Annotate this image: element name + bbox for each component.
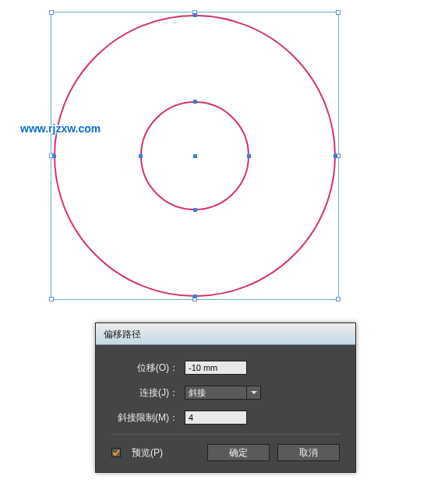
- anchor-point[interactable]: [193, 294, 197, 298]
- anchor-point[interactable]: [193, 13, 197, 17]
- dialog-title-bar[interactable]: 偏移路径: [96, 323, 355, 345]
- offset-label: 位移(O)：: [111, 361, 185, 375]
- dialog-actions: 预览(P) 确定 取消: [111, 434, 340, 461]
- selection-center-point: [193, 154, 197, 158]
- join-select[interactable]: 斜接: [185, 386, 261, 400]
- selection-handle-top-right[interactable]: [336, 10, 340, 15]
- anchor-point[interactable]: [333, 154, 337, 158]
- anchor-point[interactable]: [247, 154, 251, 158]
- form-row-join: 连接(J)： 斜接: [111, 384, 340, 401]
- preview-checkbox[interactable]: [111, 448, 121, 457]
- anchor-point[interactable]: [193, 100, 197, 104]
- dialog-body: 位移(O)： -10 mm 连接(J)： 斜接 斜接限制(M)： 4 预览(P)…: [96, 345, 355, 472]
- anchor-point[interactable]: [193, 208, 197, 212]
- anchor-point[interactable]: [139, 154, 143, 158]
- artboard-canvas[interactable]: [51, 12, 339, 300]
- selection-handle-bottom-right[interactable]: [336, 297, 340, 301]
- miter-input[interactable]: 4: [185, 411, 247, 425]
- chevron-down-icon: [247, 386, 261, 400]
- ok-button[interactable]: 确定: [207, 444, 270, 461]
- join-select-value: 斜接: [185, 386, 247, 400]
- anchor-point[interactable]: [52, 154, 56, 158]
- selection-handle-bottom-left[interactable]: [49, 297, 54, 301]
- offset-input[interactable]: -10 mm: [185, 361, 247, 375]
- selection-handle-top-left[interactable]: [49, 10, 54, 15]
- form-row-miter: 斜接限制(M)： 4: [111, 409, 340, 426]
- join-label: 连接(J)：: [111, 386, 185, 400]
- cancel-button[interactable]: 取消: [277, 444, 340, 461]
- form-row-offset: 位移(O)： -10 mm: [111, 359, 340, 376]
- offset-path-dialog: 偏移路径 位移(O)： -10 mm 连接(J)： 斜接 斜接限制(M)： 4 …: [95, 322, 356, 473]
- miter-label: 斜接限制(M)：: [111, 411, 185, 425]
- preview-label: 预览(P): [132, 446, 163, 460]
